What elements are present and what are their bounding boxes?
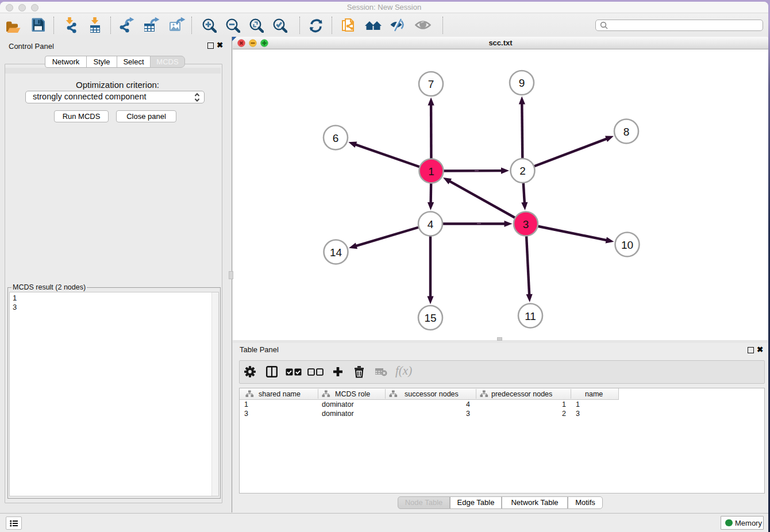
svg-text:4: 4 bbox=[428, 218, 434, 230]
svg-text:6: 6 bbox=[333, 132, 339, 144]
svg-text:14: 14 bbox=[330, 246, 342, 259]
svg-text:9: 9 bbox=[519, 77, 525, 89]
svg-text:15: 15 bbox=[424, 312, 436, 324]
svg-text:8: 8 bbox=[623, 126, 630, 138]
svg-text:1: 1 bbox=[428, 165, 434, 178]
svg-text:2: 2 bbox=[519, 165, 526, 177]
svg-text:10: 10 bbox=[621, 239, 633, 251]
svg-text:3: 3 bbox=[523, 218, 529, 230]
svg-text:11: 11 bbox=[525, 310, 536, 322]
svg-text:7: 7 bbox=[428, 78, 434, 90]
